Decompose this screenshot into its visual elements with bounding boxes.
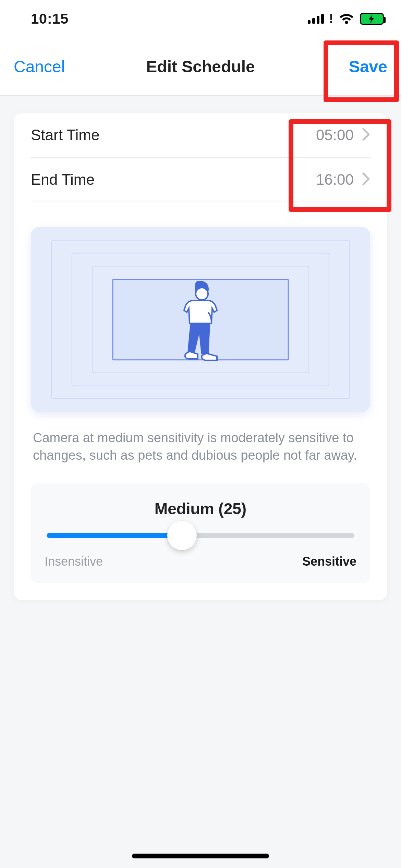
end-time-value: 16:00: [316, 171, 354, 188]
end-time-label: End Time: [31, 171, 95, 188]
cancel-button[interactable]: Cancel: [14, 57, 65, 76]
status-icons: !: [308, 11, 384, 27]
sensitivity-level-label: Medium (25): [45, 499, 356, 518]
sensitivity-illustration: [31, 227, 370, 412]
schedule-card: Start Time 05:00 End Time 16:00: [14, 113, 387, 600]
save-button[interactable]: Save: [349, 57, 387, 76]
sensitivity-slider[interactable]: [47, 533, 354, 538]
end-time-row[interactable]: End Time 16:00: [31, 158, 370, 202]
home-indicator[interactable]: [132, 854, 269, 858]
chevron-right-icon: [362, 172, 370, 187]
nav-bar: Cancel Edit Schedule Save: [0, 38, 401, 96]
chevron-right-icon: [362, 128, 370, 143]
battery-charging-icon: [360, 13, 384, 25]
cellular-alert-icon: !: [329, 12, 333, 26]
slider-max-label: Sensitive: [302, 554, 356, 569]
slider-min-label: Insensitive: [45, 554, 103, 569]
wifi-icon: [339, 11, 354, 27]
start-time-row[interactable]: Start Time 05:00: [31, 113, 370, 158]
person-icon: [173, 278, 228, 369]
slider-thumb[interactable]: [167, 521, 197, 550]
start-time-label: Start Time: [31, 126, 100, 144]
slider-fill: [47, 533, 182, 538]
status-bar: 10:15 !: [0, 0, 401, 38]
svg-point-0: [196, 288, 208, 300]
sensitivity-slider-block: Medium (25) Insensitive Sensitive: [31, 483, 370, 583]
cellular-icon: [308, 14, 325, 24]
sensitivity-description: Camera at medium sensitivity is moderate…: [31, 429, 370, 465]
page-title: Edit Schedule: [146, 57, 255, 76]
status-time: 10:15: [31, 11, 69, 27]
start-time-value: 05:00: [316, 126, 354, 144]
